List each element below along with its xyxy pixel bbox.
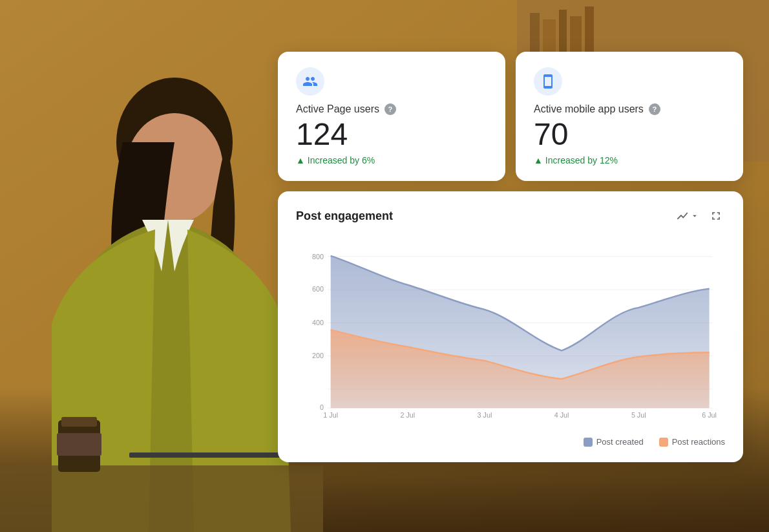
svg-text:3 Jul: 3 Jul (478, 411, 492, 419)
chart-area: 800 600 400 200 0 1 Jul 2 Jul 3 Jul 4 Ju… (296, 235, 725, 429)
mobile-users-value: 70 (534, 119, 725, 150)
post-created-legend-dot (584, 438, 593, 447)
svg-text:4 Jul: 4 Jul (554, 411, 569, 419)
page-users-trend-arrow: ▲ (296, 155, 305, 165)
expand-icon (710, 209, 722, 222)
page-users-title-row: Active Page users ? (296, 103, 487, 115)
users-icon (302, 74, 318, 89)
mobile-icon (540, 74, 556, 89)
svg-text:2 Jul: 2 Jul (400, 411, 415, 419)
mobile-users-trend: ▲ Increased by 12% (534, 155, 725, 165)
svg-rect-16 (129, 452, 291, 458)
mobile-users-title-row: Active mobile app users ? (534, 103, 725, 115)
page-users-title: Active Page users (296, 103, 379, 115)
svg-text:800: 800 (312, 253, 324, 261)
svg-rect-14 (61, 417, 97, 427)
page-users-help-icon[interactable]: ? (384, 103, 396, 115)
post-created-legend-label: Post created (596, 437, 644, 447)
mobile-users-icon-wrap (534, 67, 562, 96)
svg-text:6 Jul: 6 Jul (702, 411, 717, 419)
page-users-icon-wrap (296, 67, 324, 96)
mobile-users-help-icon[interactable]: ? (649, 103, 660, 115)
mobile-users-title: Active mobile app users (534, 103, 644, 115)
mobile-users-trend-text: Increased by 12% (545, 155, 618, 165)
chart-legend: Post created Post reactions (296, 437, 725, 447)
svg-text:200: 200 (312, 352, 324, 359)
mobile-users-trend-arrow: ▲ (534, 155, 543, 165)
svg-text:1 Jul: 1 Jul (323, 411, 338, 419)
post-reactions-legend-label: Post reactions (672, 437, 725, 447)
page-users-value: 124 (296, 119, 487, 150)
post-reactions-legend: Post reactions (659, 437, 725, 447)
svg-rect-12 (0, 465, 323, 532)
active-page-users-card: Active Page users ? 124 ▲ Increased by 6… (278, 52, 505, 181)
svg-text:5 Jul: 5 Jul (631, 411, 646, 419)
cards-area: Active Page users ? 124 ▲ Increased by 6… (278, 52, 743, 462)
chart-expand-button[interactable] (707, 207, 725, 225)
chart-type-icon (676, 209, 689, 222)
svg-text:400: 400 (312, 319, 324, 326)
svg-text:600: 600 (312, 286, 324, 293)
post-engagement-chart-card: Post engagement (278, 191, 743, 462)
page-users-trend-text: Increased by 6% (308, 155, 375, 165)
chart-controls (673, 207, 725, 225)
svg-text:0: 0 (320, 403, 324, 411)
svg-rect-15 (57, 433, 101, 456)
chart-svg: 800 600 400 200 0 1 Jul 2 Jul 3 Jul 4 Ju… (296, 235, 725, 429)
post-created-legend: Post created (584, 437, 644, 447)
active-mobile-users-card: Active mobile app users ? 70 ▲ Increased… (516, 52, 743, 181)
top-cards-row: Active Page users ? 124 ▲ Increased by 6… (278, 52, 743, 181)
chart-header: Post engagement (296, 207, 725, 225)
page-users-trend: ▲ Increased by 6% (296, 155, 487, 165)
post-reactions-legend-dot (659, 438, 668, 447)
dropdown-arrow-icon (690, 211, 699, 220)
chart-type-button[interactable] (673, 207, 702, 225)
chart-title: Post engagement (296, 209, 393, 223)
